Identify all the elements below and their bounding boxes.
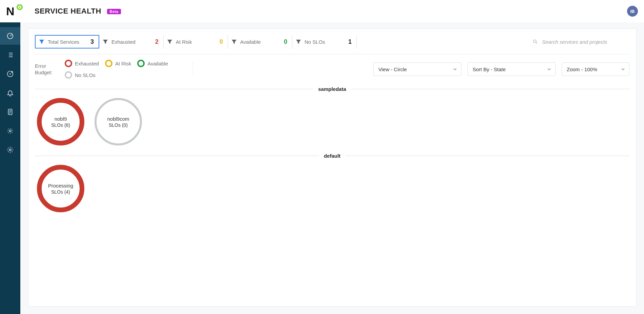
filter-no-slos[interactable]: No SLOs 1 [292,35,357,48]
controls-row: Error Budget: Exhausted At Risk Availabl… [35,60,629,79]
legend-available: Available [137,60,168,67]
select-value: Sort By - State [473,66,506,72]
service-name: nobl9com [107,116,129,122]
page-title: SERVICE HEALTH Beta [35,7,121,16]
svg-point-2 [19,6,20,8]
sidebar-item-settings[interactable] [0,141,20,159]
funnel-icon [39,39,44,44]
document-icon [6,108,14,116]
section-title: sampledata [318,86,346,92]
svg-point-18 [534,40,536,43]
filter-label: Available [240,39,261,45]
gauge-icon [6,32,14,40]
section-title: default [324,153,340,159]
legend-exhausted: Exhausted [65,60,99,67]
error-budget-label-2: Budget: [35,70,53,75]
service-slos: SLOs (0) [109,122,128,128]
select-group: View - Circle Sort By - State Zoom - 100… [373,62,629,76]
filter-label: No SLOs [305,39,325,45]
service-circle[interactable]: nobl9 SLOs (6) [37,98,84,145]
filter-count: 2 [155,38,159,45]
zoom-select[interactable]: Zoom - 100% [562,62,629,76]
content-outer: Total Services 3 Exhausted 2 At Risk 0 [20,22,644,314]
content-panel: Total Services 3 Exhausted 2 At Risk 0 [28,28,637,307]
funnel-icon [231,39,237,44]
service-name: nobl9 [55,116,67,122]
sidebar [0,22,20,314]
filter-label: At Risk [176,39,192,45]
filter-count: 3 [90,38,94,45]
filter-exhausted[interactable]: Exhausted 2 [99,35,164,48]
search[interactable] [526,39,629,45]
vertical-separator [193,62,193,76]
divider [35,54,629,54]
rule [345,156,629,156]
legend-label: At Risk [115,61,131,66]
section-head-default: default [35,153,629,159]
legend-label: Exhausted [75,61,99,66]
sidebar-item-slo-list[interactable] [0,46,20,64]
page-title-text: SERVICE HEALTH [35,7,101,15]
funnel-icon [103,39,108,44]
sidebar-item-alerts[interactable] [0,84,20,102]
legend: Exhausted At Risk Available No SLOs [65,60,187,79]
filter-label: Total Services [48,39,79,45]
rule [351,89,629,89]
search-icon [533,39,538,44]
chevron-down-icon [453,67,457,71]
select-value: Zoom - 100% [567,66,597,72]
legend-no-slos: No SLOs [65,71,96,79]
sort-select[interactable]: Sort By - State [468,62,556,76]
error-budget-label-1: Error [35,63,46,69]
filter-count: 0 [284,38,287,45]
funnel-icon [296,39,301,44]
beta-badge: Beta [107,9,121,14]
user-avatar[interactable]: IB [627,6,638,17]
view-select[interactable]: View - Circle [373,62,461,76]
legend-label: No SLOs [75,72,96,78]
filter-label: Exhausted [111,39,136,45]
bell-icon [6,89,14,97]
filter-count: 0 [220,38,223,45]
service-name: Processing [48,183,73,189]
swatch-amber-icon [105,60,112,67]
svg-point-16 [9,130,11,132]
service-slos: SLOs (4) [51,189,70,195]
chevron-down-icon [621,67,625,71]
rule [35,156,319,156]
swatch-red-icon [65,60,72,67]
service-slos: SLOs (6) [51,122,70,128]
target-icon [6,70,14,78]
filter-count: 1 [348,38,352,45]
svg-point-11 [9,73,11,75]
svg-line-19 [536,42,537,43]
service-circle[interactable]: nobl9com SLOs (0) [95,98,142,145]
sidebar-item-service-health[interactable] [0,27,20,45]
filter-strip: Total Services 3 Exhausted 2 At Risk 0 [35,35,629,48]
select-value: View - Circle [378,66,407,72]
svg-text:N: N [6,5,15,18]
section-head-sampledata: sampledata [35,86,629,92]
rule [35,89,313,89]
section-circles-sampledata: nobl9 SLOs (6) nobl9com SLOs (0) [35,98,629,145]
filter-total-services[interactable]: Total Services 3 [35,35,99,48]
filter-at-risk[interactable]: At Risk 0 [164,35,228,48]
search-input[interactable] [541,39,629,45]
filter-available[interactable]: Available 0 [228,35,292,48]
legend-label: Available [147,61,168,66]
topbar: N SERVICE HEALTH Beta IB [0,0,644,22]
gear-icon [6,146,14,154]
swatch-grey-icon [65,71,72,79]
svg-point-17 [9,149,11,151]
section-circles-default: Processing SLOs (4) [35,165,629,212]
list-icon [6,51,14,59]
puzzle-gear-icon [6,127,14,135]
swatch-green-icon [137,60,145,67]
sidebar-item-targets[interactable] [0,65,20,83]
service-circle[interactable]: Processing SLOs (4) [37,165,84,212]
legend-at-risk: At Risk [105,60,131,67]
sidebar-item-reports[interactable] [0,103,20,121]
sidebar-item-integrations[interactable] [0,122,20,140]
n9-logo-icon: N [6,4,24,18]
brand-logo[interactable]: N [6,4,28,18]
